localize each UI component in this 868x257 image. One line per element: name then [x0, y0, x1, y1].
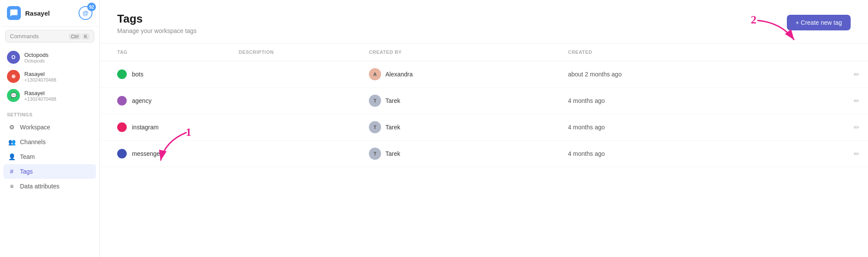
- sidebar-item-workspace-label: Workspace: [20, 124, 50, 131]
- account-sub-rasayel-2: +13024070488: [24, 96, 56, 102]
- description-cell-0: [221, 61, 352, 88]
- sidebar-item-team-label: Team: [20, 153, 35, 160]
- account-avatar-rasayel-1: ⊕: [7, 70, 20, 83]
- app-name: Rasayel: [25, 10, 74, 17]
- app-icon: [7, 6, 21, 20]
- tags-icon: #: [8, 168, 16, 175]
- account-item-octopods[interactable]: O Octopods Octopods: [3, 48, 96, 67]
- commands-label: Commands: [10, 33, 39, 40]
- commands-bar[interactable]: Commands Ctrl K: [5, 30, 94, 43]
- sidebar-header: Rasayel @ 92: [0, 0, 99, 26]
- account-info-octopods: Octopods Octopods: [24, 52, 49, 63]
- account-name-rasayel-2: Rasayel: [24, 90, 56, 96]
- tags-table-container: TAG DESCRIPTION CREATED BY CREATED bots …: [100, 43, 868, 167]
- table-row: bots A Alexandra about 2 months ago✏: [100, 61, 868, 88]
- tags-table: TAG DESCRIPTION CREATED BY CREATED bots …: [100, 43, 868, 167]
- tag-cell-2: instagram: [100, 114, 221, 141]
- col-description: DESCRIPTION: [221, 43, 352, 61]
- col-tag: TAG: [100, 43, 221, 61]
- account-info-rasayel-1: Rasayel +13024070488: [24, 71, 56, 82]
- main-header: Tags Manage your workspace tags + Create…: [100, 0, 868, 43]
- commands-shortcut: Ctrl K: [69, 33, 89, 40]
- sidebar-item-data-attributes-label: Data attributes: [20, 183, 59, 190]
- sidebar-item-data-attributes[interactable]: ≡ Data attributes: [3, 179, 96, 194]
- notification-badge[interactable]: @ 92: [79, 6, 92, 20]
- account-sub-octopods: Octopods: [24, 58, 49, 63]
- table-row: instagram T Tarek 4 months ago✏: [100, 114, 868, 141]
- ctrl-key: Ctrl: [69, 33, 81, 40]
- created-cell-1: 4 months ago: [551, 88, 778, 114]
- sidebar-item-tags-label: Tags: [20, 168, 33, 175]
- tag-cell-3: messenger: [100, 141, 221, 167]
- page-title: Tags: [117, 12, 197, 26]
- action-cell-0: ✏: [778, 61, 868, 88]
- account-name-rasayel-1: Rasayel: [24, 71, 56, 77]
- edit-tag-button-1[interactable]: ✏: [854, 97, 859, 105]
- account-item-rasayel-2[interactable]: 💬 Rasayel +13024070488: [3, 86, 96, 105]
- account-item-rasayel-1[interactable]: ⊕ Rasayel +13024070488: [3, 67, 96, 86]
- created-cell-0: about 2 months ago: [551, 61, 778, 88]
- edit-tag-button-3[interactable]: ✏: [854, 150, 859, 158]
- table-row: messenger T Tarek 4 months ago✏: [100, 141, 868, 167]
- sidebar-item-team[interactable]: 👤 Team: [3, 149, 96, 164]
- account-avatar-octopods: O: [7, 51, 20, 64]
- table-row: agency T Tarek 4 months ago✏: [100, 88, 868, 114]
- col-created: CREATED: [551, 43, 778, 61]
- created-cell-3: 4 months ago: [551, 141, 778, 167]
- sidebar-item-workspace[interactable]: ⚙ Workspace: [3, 120, 96, 135]
- edit-tag-button-0[interactable]: ✏: [854, 71, 859, 78]
- description-cell-2: [221, 114, 352, 141]
- k-key: K: [82, 33, 89, 40]
- account-name-octopods: Octopods: [24, 52, 49, 58]
- data-attributes-icon: ≡: [8, 182, 16, 190]
- settings-title: Settings: [3, 112, 96, 120]
- sidebar-item-tags[interactable]: # Tags: [3, 164, 96, 179]
- action-cell-3: ✏: [778, 141, 868, 167]
- created-by-cell-0: A Alexandra: [352, 61, 551, 88]
- edit-tag-button-2[interactable]: ✏: [854, 124, 859, 131]
- action-cell-2: ✏: [778, 114, 868, 141]
- channels-icon: 👥: [8, 138, 16, 146]
- created-by-cell-1: T Tarek: [352, 88, 551, 114]
- tag-cell-0: bots: [100, 61, 221, 88]
- action-cell-1: ✏: [778, 88, 868, 114]
- accounts-list: O Octopods Octopods ⊕ Rasayel +130240704…: [0, 46, 99, 107]
- tag-cell-1: agency: [100, 88, 221, 114]
- created-by-cell-3: T Tarek: [352, 141, 551, 167]
- col-actions: [778, 43, 868, 61]
- create-new-tag-button[interactable]: + Create new tag: [787, 15, 851, 30]
- page-subtitle: Manage your workspace tags: [117, 27, 197, 34]
- description-cell-1: [221, 88, 352, 114]
- created-cell-2: 4 months ago: [551, 114, 778, 141]
- description-cell-3: [221, 141, 352, 167]
- sidebar: Rasayel @ 92 Commands Ctrl K O Octopods …: [0, 0, 100, 257]
- created-by-cell-2: T Tarek: [352, 114, 551, 141]
- notification-count: 92: [87, 3, 96, 11]
- settings-section: Settings ⚙ Workspace 👥 Channels 👤 Team #…: [0, 107, 99, 195]
- col-created-by: CREATED BY: [352, 43, 551, 61]
- workspace-icon: ⚙: [8, 123, 16, 131]
- sidebar-item-channels[interactable]: 👥 Channels: [3, 135, 96, 149]
- account-sub-rasayel-1: +13024070488: [24, 77, 56, 82]
- table-header-row: TAG DESCRIPTION CREATED BY CREATED: [100, 43, 868, 61]
- team-icon: 👤: [8, 153, 16, 161]
- account-info-rasayel-2: Rasayel +13024070488: [24, 90, 56, 102]
- main-content: 1 2 Tags Manage your workspace tags + Cr…: [100, 0, 868, 257]
- account-avatar-rasayel-2: 💬: [7, 89, 20, 102]
- page-title-area: Tags Manage your workspace tags: [117, 12, 197, 34]
- sidebar-item-channels-label: Channels: [20, 138, 46, 145]
